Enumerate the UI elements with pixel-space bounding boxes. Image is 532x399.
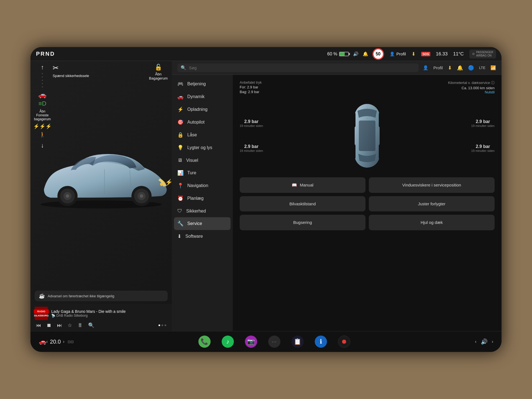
menu-item-software[interactable]: ⬇ Software [172, 230, 233, 243]
profile-icon: 👤 [390, 52, 395, 57]
warning-person-icon: 🚶 [39, 132, 45, 138]
search-media-button[interactable]: 🔍 [88, 322, 94, 328]
service-btn-icon-manual: 📖 [292, 182, 297, 188]
signal-icon: 📶 [490, 65, 496, 70]
menu-label-opladning: Opladning [187, 107, 208, 112]
menu-label-visuel: Visuel [186, 158, 198, 163]
rear-right-pressure: 2.9 bar 19 minutter siden [471, 144, 495, 152]
menu-icon-lygter: 💡 [177, 145, 183, 151]
notes-app-button[interactable]: 📋 [291, 336, 304, 348]
vol-prev-button[interactable]: ‹ [475, 339, 476, 344]
menu-item-dynamik[interactable]: 🚗 Dynamik [172, 90, 233, 103]
svg-point-6 [140, 194, 143, 198]
menu-label-software: Software [185, 234, 203, 239]
bluetooth-icon[interactable]: 🔵 [468, 65, 474, 71]
front-right-time: 19 minutter siden [471, 124, 495, 127]
service-btn-bugsering[interactable]: Bugsering [240, 215, 365, 230]
download-icon-right[interactable]: ⬇ [448, 65, 452, 71]
km-service-label: Kilometertal v. dækservice ⓘ [448, 80, 495, 85]
bottom-bar: 🚗 ‹ 20.0 › ⊡⊡ 📞 ♪ 📷 ··· 📋 ℹ ⏺ ‹ 🔊 › [30, 331, 502, 352]
airbag-label: PASSENGER AIRBAG ON [476, 51, 493, 57]
service-btn-vinduesviskere[interactable]: Vinduesviskere i serviceposition [369, 177, 495, 193]
temp-decrease-button[interactable]: ‹ [46, 339, 48, 344]
service-btn-forlygter[interactable]: Juster forlygter [369, 196, 495, 212]
menu-item-sikkerhed[interactable]: 🛡 Sikkerhed [172, 205, 233, 217]
temp-increase-button[interactable]: › [63, 339, 64, 344]
vol-next-button[interactable]: › [492, 339, 493, 344]
equalizer-button[interactable]: 🎚 [78, 323, 83, 328]
media-controls: ⏮ ⏹ ⏭ ☆ 🎚 🔍 [35, 322, 168, 328]
front-left-bar: 2.9 bar [240, 119, 263, 124]
media-text: Lady Gaga & Bruno Mars - Die with a smil… [51, 309, 168, 318]
prnd-text: PRND [36, 51, 55, 57]
open-front-trunk-label[interactable]: ÅbnForrestebagagerum [34, 109, 51, 121]
menu-item-laase[interactable]: 🔒 Låse [172, 129, 233, 141]
charging-icon-left: ⚡⚡⚡ [33, 123, 52, 129]
volume-icon[interactable]: 🔊 [353, 51, 359, 57]
bell-icon[interactable]: 🔔 [363, 51, 368, 57]
menu-label-navigation: Navigation [187, 183, 208, 188]
bottom-car-icon[interactable]: 🚗 [39, 338, 46, 345]
media-player: RADIO SILKEBORG Lady Gaga & Bruno Mars -… [30, 304, 172, 331]
stop-button[interactable]: ⏹ [47, 323, 52, 328]
svg-point-11 [160, 183, 163, 186]
dot-3 [165, 324, 166, 326]
seatbelt-warning: Spænd sikkerhedssele [53, 74, 89, 78]
speed-limit-sign: 50 [372, 48, 384, 60]
download-icon[interactable]: ⬇ [411, 51, 416, 57]
prev-track-button[interactable]: ⏮ [36, 323, 41, 328]
left-tire-pressures: 2.9 bar 19 minutter siden 2.9 bar 19 min… [240, 119, 263, 152]
service-btn-bilvask[interactable]: Bilvasktilstand [240, 196, 365, 212]
menu-item-service[interactable]: 🔧 Service [174, 217, 231, 230]
menu-item-opladning[interactable]: ⚡ Opladning [172, 103, 233, 116]
recommended-pressure-block: Anbefalet tryk For: 2.9 bar Bag: 2.9 bar [240, 80, 262, 94]
profile-label-right[interactable]: Profil [433, 65, 443, 70]
menu-icon-ture: 📊 [177, 170, 183, 176]
menu-label-sikkerhed: Sikkerhed [186, 209, 206, 214]
menu-icon-navigation: 📍 [177, 183, 183, 189]
service-btn-manual[interactable]: 📖Manual [240, 177, 365, 193]
menu-item-lygter[interactable]: 💡 Lygter og lys [172, 141, 233, 154]
svg-rect-18 [379, 144, 387, 159]
car-image-area: ⚡ [30, 61, 172, 291]
info-app-button[interactable]: ℹ [315, 336, 327, 348]
favorite-button[interactable]: ☆ [68, 322, 72, 328]
search-icon: 🔍 [181, 65, 186, 70]
menu-item-ture[interactable]: 📊 Ture [172, 167, 233, 179]
camera-app-button[interactable]: 📷 [245, 336, 257, 348]
open-trunk-label[interactable]: ÅbnBagagerum [149, 72, 168, 80]
more-apps-button[interactable]: ··· [268, 336, 280, 348]
volume-icon-bottom: 🔊 [481, 338, 488, 345]
menu-label-dynamik: Dynamik [187, 94, 204, 99]
rear-left-pressure: 2.9 bar 19 minutter siden [240, 144, 263, 152]
tire-rear-pressure: Bag: 2.9 bar [240, 90, 262, 94]
menu-item-planlaeg[interactable]: ⏰ Planlæg [172, 192, 233, 205]
search-bar[interactable]: 🔍 [177, 63, 419, 72]
svg-text:⚡: ⚡ [165, 178, 172, 186]
service-btn-hjul[interactable]: Hjul og dæk [369, 215, 495, 230]
bell-icon-right[interactable]: 🔔 [457, 65, 463, 71]
down-arrow-icon[interactable]: ↓ [41, 142, 44, 149]
menu-item-autopilot[interactable]: 🎯 Autopilot [172, 116, 233, 129]
reset-link[interactable]: Nulstil [448, 90, 495, 94]
profile-button[interactable]: 👤 Profil [390, 52, 406, 57]
top-status-bar: PRND 60 % 🔊 🔔 50 👤 Profil [30, 47, 502, 61]
menu-icon-software: ⬇ [177, 233, 181, 239]
sos-badge[interactable]: SOS [421, 52, 430, 56]
temp-indicators: ⊡⊡ [68, 340, 74, 344]
time-display: 16.33 [436, 51, 448, 57]
phone-app-button[interactable]: 📞 [198, 336, 211, 348]
search-input[interactable] [189, 65, 244, 70]
status-column: ↑ ● ● ● ● ● 🚗 ≡D ÅbnForrestebagagerum ⚡⚡… [33, 64, 52, 149]
menu-item-betjening[interactable]: 🎮 Betjening [172, 78, 233, 90]
up-arrow-icon[interactable]: ↑ [41, 64, 44, 71]
menu-icon-visuel: 🖥 [177, 157, 182, 163]
left-panel: ↑ ● ● ● ● ● 🚗 ≡D ÅbnForrestebagagerum ⚡⚡… [30, 61, 172, 331]
next-track-button[interactable]: ⏭ [57, 323, 62, 328]
menu-item-visuel[interactable]: 🖥 Visuel [172, 154, 233, 167]
screen-bezel: PRND 60 % 🔊 🔔 50 👤 Profil [30, 47, 502, 352]
record-app-button[interactable]: ⏺ [338, 336, 350, 348]
lte-badge: LTE [479, 66, 485, 70]
menu-item-navigation[interactable]: 📍 Navigation [172, 179, 233, 192]
spotify-app-button[interactable]: ♪ [222, 336, 234, 348]
